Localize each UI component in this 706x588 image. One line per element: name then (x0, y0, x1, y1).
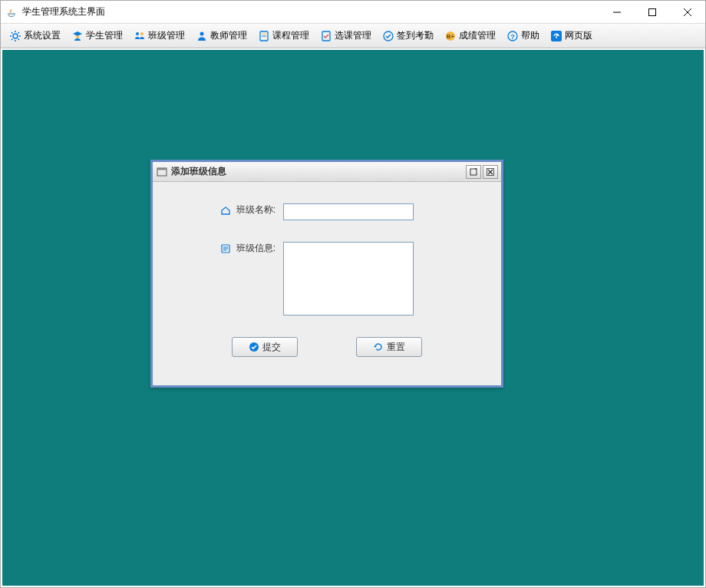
menu-course-selection[interactable]: 选课管理 (315, 26, 377, 45)
course-icon (258, 30, 270, 42)
maximize-button[interactable] (635, 1, 670, 23)
student-icon (71, 30, 84, 42)
svg-point-9 (200, 31, 204, 35)
svg-point-6 (76, 35, 79, 38)
class-icon (134, 30, 146, 42)
main-window: 学生管理系统主界面 系统设置 学生管理 (0, 0, 706, 588)
menu-grade-management[interactable]: B+ 成绩管理 (439, 26, 501, 45)
class-info-textarea[interactable] (283, 242, 414, 315)
svg-point-0 (8, 13, 15, 15)
submit-label: 提交 (262, 341, 281, 354)
menu-class-management[interactable]: 班级管理 (128, 26, 190, 45)
add-class-dialog: 添加班级信息 班级名称: (150, 160, 503, 388)
window-titlebar: 学生管理系统主界面 (1, 1, 705, 24)
submit-button[interactable]: 提交 (232, 337, 298, 357)
class-info-label-group: 班级信息: (176, 242, 283, 255)
class-info-label: 班级信息: (236, 242, 275, 255)
menu-teacher-management[interactable]: 教师管理 (190, 26, 252, 45)
svg-rect-22 (470, 169, 477, 175)
class-name-row: 班级名称: (176, 203, 478, 220)
menu-label: 选课管理 (335, 29, 371, 42)
svg-rect-2 (649, 8, 656, 15)
dialog-title-left: 添加班级信息 (156, 165, 226, 178)
window-controls (599, 1, 705, 23)
help-icon: ? (506, 30, 519, 42)
svg-rect-21 (157, 168, 167, 170)
dialog-body: 班级名称: 班级信息: (153, 182, 501, 385)
svg-point-8 (140, 32, 144, 35)
menu-label: 学生管理 (86, 29, 123, 42)
menu-label: 系统设置 (24, 29, 61, 42)
java-icon (5, 6, 18, 18)
attendance-icon (382, 30, 394, 42)
dialog-title: 添加班级信息 (171, 165, 226, 178)
reset-button[interactable]: 重置 (356, 337, 422, 357)
teacher-icon (196, 30, 208, 42)
menu-label: 网页版 (565, 29, 592, 42)
menu-label: 签到考勤 (397, 29, 434, 42)
dialog-titlebar[interactable]: 添加班级信息 (153, 162, 501, 182)
house-icon (219, 204, 232, 216)
frame-icon (156, 166, 168, 178)
dialog-button-row: 提交 重置 (176, 337, 478, 357)
menu-label: 帮助 (521, 29, 539, 42)
select-icon (320, 30, 332, 42)
titlebar-left: 学生管理系统主界面 (5, 5, 105, 18)
reset-label: 重置 (387, 341, 405, 354)
svg-text:B+: B+ (447, 33, 455, 40)
svg-point-5 (13, 34, 18, 38)
menu-web-version[interactable]: 网页版 (545, 26, 598, 45)
menu-help[interactable]: ? 帮助 (501, 26, 545, 45)
dialog-maximize-button[interactable] (466, 165, 481, 179)
check-icon (249, 342, 259, 352)
menu-system-settings[interactable]: 系统设置 (4, 26, 66, 45)
menu-label: 班级管理 (148, 29, 185, 42)
window-title: 学生管理系统主界面 (22, 5, 105, 18)
minimize-button[interactable] (599, 1, 635, 23)
class-name-label: 班级名称: (236, 203, 275, 216)
menu-label: 教师管理 (210, 29, 247, 42)
svg-text:?: ? (510, 32, 515, 40)
menubar: 系统设置 学生管理 班级管理 教师管理 课程管理 (1, 24, 705, 48)
class-name-label-group: 班级名称: (176, 203, 283, 216)
dialog-controls (466, 165, 498, 179)
desktop-area: 添加班级信息 班级名称: (2, 50, 704, 586)
class-info-row: 班级信息: (176, 242, 478, 315)
menu-course-management[interactable]: 课程管理 (252, 26, 315, 45)
class-name-input[interactable] (283, 203, 414, 220)
menu-label: 课程管理 (272, 29, 309, 42)
grade-icon: B+ (444, 30, 457, 42)
close-button[interactable] (670, 1, 705, 23)
dialog-close-button[interactable] (483, 165, 498, 179)
refresh-icon (373, 342, 384, 352)
menu-attendance[interactable]: 签到考勤 (377, 26, 439, 45)
menu-student-management[interactable]: 学生管理 (66, 26, 128, 45)
menu-label: 成绩管理 (459, 29, 496, 42)
info-icon (219, 243, 232, 255)
gear-icon (9, 30, 21, 42)
svg-point-7 (136, 32, 139, 35)
web-icon (550, 30, 562, 42)
